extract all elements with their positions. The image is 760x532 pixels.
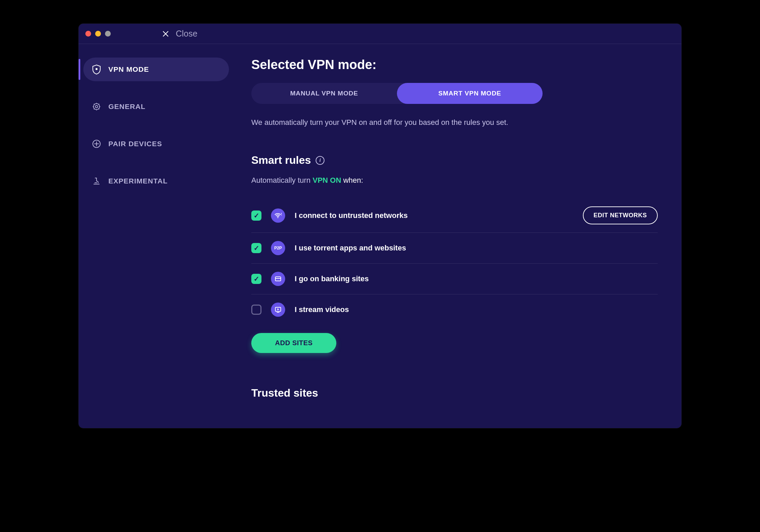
manual-mode-label: MANUAL VPN MODE (290, 90, 358, 97)
microscope-icon (91, 176, 102, 186)
sidebar: VPN MODE GENERAL PAIR DEVICES EXPERIMENT… (79, 44, 241, 428)
p2p-icon: P2P (271, 241, 285, 255)
rule-row-untrusted-network: ✓ ! I connect to untrusted networks EDIT… (251, 198, 658, 233)
shield-gear-icon (91, 64, 102, 74)
svg-point-4 (277, 217, 278, 218)
vpn-mode-toggle: MANUAL VPN MODE SMART VPN MODE (251, 83, 543, 104)
edit-networks-button[interactable]: EDIT NETWORKS (583, 206, 658, 224)
manual-mode-button[interactable]: MANUAL VPN MODE (251, 83, 397, 104)
svg-point-2 (96, 106, 98, 108)
trusted-sites-title: Trusted sites (251, 387, 658, 399)
sidebar-item-pair-devices[interactable]: PAIR DEVICES (83, 132, 229, 156)
banking-icon (271, 272, 285, 286)
traffic-light-close[interactable] (85, 31, 91, 37)
close-x-icon (162, 30, 170, 38)
svg-text:!: ! (281, 213, 282, 216)
sidebar-item-label: GENERAL (108, 103, 146, 111)
smart-mode-label: SMART VPN MODE (438, 90, 501, 97)
rule-label: I use torrent apps and websites (295, 244, 658, 252)
rule-row-torrent: ✓ P2P I use torrent apps and websites (251, 233, 658, 264)
rules-list: ✓ ! I connect to untrusted networks EDIT… (251, 198, 658, 325)
body: VPN MODE GENERAL PAIR DEVICES EXPERIMENT… (79, 44, 681, 428)
rule-label: I go on banking sites (295, 274, 658, 283)
rule-checkbox[interactable] (251, 305, 261, 315)
titlebar: Close (79, 24, 681, 44)
info-icon[interactable]: i (316, 156, 324, 165)
rule-row-banking: ✓ I go on banking sites (251, 264, 658, 294)
sidebar-item-general[interactable]: GENERAL (83, 95, 229, 118)
traffic-light-zoom[interactable] (105, 31, 111, 37)
wifi-alert-icon: ! (271, 208, 285, 223)
check-icon: ✓ (254, 212, 259, 220)
rule-checkbox[interactable]: ✓ (251, 274, 261, 284)
sub-prefix: Automatically turn (251, 176, 313, 184)
smart-mode-button[interactable]: SMART VPN MODE (397, 83, 543, 104)
stream-icon (271, 303, 285, 317)
rule-checkbox[interactable]: ✓ (251, 243, 261, 253)
sidebar-item-experimental[interactable]: EXPERIMENTAL (83, 169, 229, 193)
check-icon: ✓ (254, 244, 259, 252)
rule-checkbox[interactable]: ✓ (251, 210, 261, 221)
sidebar-item-label: EXPERIMENTAL (108, 177, 168, 185)
sidebar-item-label: VPN MODE (108, 65, 149, 73)
plus-circle-icon (91, 139, 102, 149)
gear-icon (91, 102, 102, 112)
smart-rules-header: Smart rules i (251, 154, 658, 167)
sidebar-item-label: PAIR DEVICES (108, 140, 162, 148)
smart-rules-subtitle: Automatically turn VPN ON when: (251, 176, 658, 185)
rule-row-stream: I stream videos (251, 294, 658, 325)
close-button[interactable]: Close (162, 29, 197, 39)
content: Selected VPN mode: MANUAL VPN MODE SMART… (241, 44, 681, 428)
check-icon: ✓ (254, 275, 259, 283)
app-window: Close VPN MODE GENERAL PAIR DEVIC (79, 24, 681, 428)
sidebar-item-vpn-mode[interactable]: VPN MODE (83, 58, 229, 81)
mode-description: We automatically turn your VPN on and of… (251, 118, 658, 127)
svg-point-0 (96, 68, 98, 70)
rule-label: I connect to untrusted networks (295, 211, 573, 220)
traffic-lights (85, 31, 111, 37)
add-sites-label: ADD SITES (275, 339, 313, 347)
sub-highlight: VPN ON (313, 176, 341, 184)
rule-label: I stream videos (295, 305, 658, 314)
add-sites-button[interactable]: ADD SITES (251, 333, 336, 353)
edit-networks-label: EDIT NETWORKS (594, 212, 647, 219)
page-title: Selected VPN mode: (251, 58, 658, 72)
sub-suffix: when: (341, 176, 363, 184)
close-label: Close (176, 29, 197, 39)
traffic-light-minimize[interactable] (95, 31, 101, 37)
smart-rules-title: Smart rules (251, 154, 311, 167)
